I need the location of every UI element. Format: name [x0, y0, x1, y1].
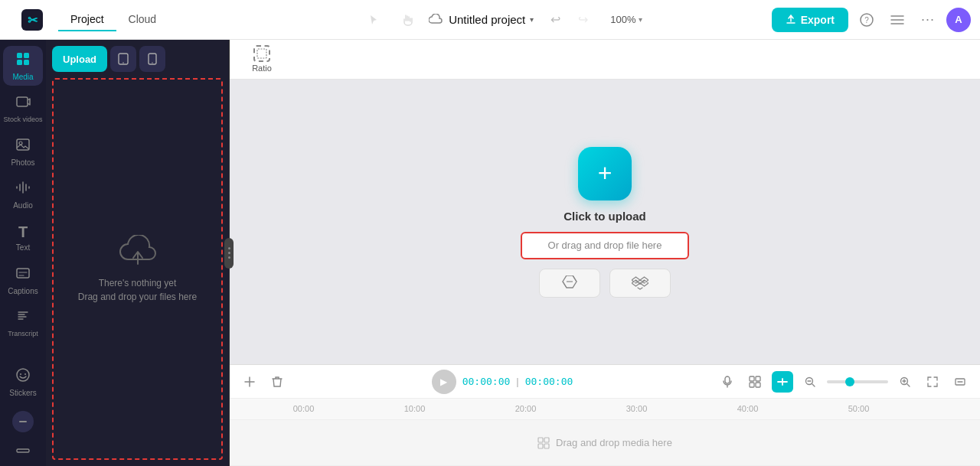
app-logo: ✂ — [21, 9, 43, 31]
canvas-main: + Click to upload Or drag and drop file … — [230, 80, 980, 364]
fit-view-btn[interactable] — [922, 371, 943, 393]
upload-cloud-icon — [119, 235, 157, 267]
redo-btn[interactable]: ↪ — [570, 8, 595, 32]
svg-rect-22 — [725, 376, 730, 383]
sidebar-item-captions-label: Captions — [8, 287, 38, 295]
toolbar-icons: ↩ ↪ — [543, 8, 595, 32]
sidebar-item-media[interactable]: Media — [3, 46, 43, 86]
panel-empty-area: There's nothing yet Drag and drop your f… — [52, 78, 223, 460]
cloud-save-icon — [429, 14, 444, 26]
phone-view-btn[interactable] — [139, 46, 165, 72]
timeline-track[interactable]: Drag and drop media here — [230, 420, 980, 466]
top-bar-center: Untitled project ▾ ↩ ↪ 100% ▾ — [245, 8, 766, 32]
timeline-ruler: 00:00 10:00 20:00 30:00 40:00 — [230, 399, 980, 420]
timeline-zoom-slider[interactable] — [827, 380, 888, 383]
sidebar-item-captions[interactable]: Captions — [3, 260, 43, 300]
pointer-tool-btn[interactable] — [361, 8, 386, 32]
svg-point-13 — [20, 373, 21, 375]
zoom-level-text: 100% — [610, 14, 635, 25]
upload-click-text[interactable]: Click to upload — [564, 210, 646, 223]
dropbox-btn[interactable] — [609, 269, 671, 298]
upload-plus-btn[interactable]: + — [578, 147, 632, 200]
ruler-mark-5: 50:00 — [803, 404, 914, 415]
delete-clip-btn[interactable] — [266, 371, 288, 393]
fullscreen-btn[interactable] — [949, 371, 971, 393]
help-btn[interactable]: ? — [854, 8, 879, 32]
export-icon — [786, 15, 796, 25]
google-drive-btn[interactable] — [539, 269, 600, 298]
menu-icon-btn[interactable] — [885, 8, 910, 32]
sidebar-item-stock-videos[interactable]: Stock videos — [3, 89, 43, 129]
audio-icon — [15, 180, 31, 199]
drag-drop-media-text: Drag and drop media here — [556, 437, 672, 448]
ratio-btn[interactable]: Ratio — [242, 40, 282, 80]
panel-resize-handle[interactable] — [224, 238, 234, 269]
svg-rect-16 — [17, 449, 29, 452]
svg-point-18 — [122, 62, 124, 64]
main-body: Media Stock videos Photos — [0, 40, 980, 466]
sidebar-item-transcript[interactable]: Transcript — [3, 303, 43, 343]
ratio-icon — [253, 45, 270, 62]
tab-project[interactable]: Project — [58, 8, 116, 31]
media-icon — [15, 51, 31, 70]
export-button[interactable]: Export — [772, 8, 848, 32]
chevron-down-icon: ▾ — [530, 15, 534, 24]
mic-btn[interactable] — [717, 371, 738, 393]
zoom-group[interactable]: 100% ▾ — [604, 8, 648, 32]
panel-tabs: Upload — [46, 40, 229, 72]
sidebar-item-stickers[interactable]: Stickers — [3, 362, 43, 402]
sidebar-bottom-icon[interactable] — [15, 438, 31, 460]
svg-rect-11 — [17, 269, 29, 278]
svg-point-14 — [24, 373, 26, 375]
transcript-icon — [15, 308, 31, 328]
sidebar-item-text[interactable]: T Text — [3, 217, 43, 257]
more-options-btn[interactable]: ··· — [916, 8, 940, 32]
tab-cloud[interactable]: Cloud — [116, 8, 169, 31]
svg-text:✂: ✂ — [28, 14, 38, 27]
svg-rect-23 — [750, 376, 754, 381]
drag-drop-box[interactable]: Or drag and drop file here — [521, 232, 689, 259]
zoom-out-timeline-btn[interactable] — [799, 371, 821, 393]
text-icon: T — [18, 223, 28, 241]
zoom-chevron-icon: ▾ — [639, 15, 642, 24]
upload-tab[interactable]: Upload — [52, 46, 107, 72]
ruler-mark-3: 30:00 — [581, 404, 692, 415]
logo-area: ✂ — [9, 9, 55, 31]
top-bar-right: Export ? ··· A — [772, 8, 971, 32]
media-panel: Upload There's nothing yet Drag and — [46, 40, 230, 466]
svg-rect-30 — [538, 438, 543, 442]
hand-tool-btn[interactable] — [395, 8, 420, 32]
sidebar-item-media-label: Media — [12, 73, 33, 81]
collapse-panel-btn[interactable] — [12, 411, 34, 432]
sidebar-item-audio-label: Audio — [13, 201, 33, 210]
canvas-area: Ratio + Click to upload Or drag and drop… — [230, 40, 980, 364]
sidebar-item-audio[interactable]: Audio — [3, 174, 43, 214]
drag-drop-media-area[interactable]: Drag and drop media here — [239, 437, 971, 449]
svg-rect-7 — [24, 60, 29, 65]
sidebar-item-photos[interactable]: Photos — [3, 132, 43, 171]
ruler-mark-1: 10:00 — [359, 404, 470, 415]
avatar[interactable]: A — [946, 8, 971, 32]
timeline-total-time: 00:00:00 — [525, 376, 573, 387]
ruler-marks: 00:00 10:00 20:00 30:00 40:00 — [236, 404, 914, 415]
canvas-toolbar: Ratio — [230, 40, 980, 80]
timeline-toolbar: ▶ 00:00:00 | 00:00:00 — [230, 365, 980, 399]
ruler-mark-4: 40:00 — [692, 404, 803, 415]
undo-btn[interactable]: ↩ — [543, 8, 567, 32]
svg-rect-31 — [544, 438, 549, 442]
project-title-group[interactable]: Untitled project ▾ — [429, 13, 534, 26]
tablet-view-btn[interactable] — [110, 46, 136, 72]
split-btn[interactable] — [239, 371, 260, 393]
project-title: Untitled project — [449, 13, 525, 26]
cut-mode-btn[interactable] — [772, 371, 793, 393]
stock-videos-icon — [15, 94, 31, 113]
upload-area: + Click to upload Or drag and drop file … — [521, 147, 689, 298]
timeline-current-time: 00:00:00 — [462, 376, 511, 387]
zoom-in-timeline-btn[interactable] — [894, 371, 916, 393]
tab-group: Project Cloud — [58, 8, 168, 31]
effects-btn[interactable] — [744, 371, 766, 393]
svg-rect-6 — [17, 60, 22, 65]
zoom-slider-thumb — [845, 377, 854, 386]
play-btn[interactable]: ▶ — [432, 370, 456, 394]
hamburger-icon — [890, 15, 904, 25]
